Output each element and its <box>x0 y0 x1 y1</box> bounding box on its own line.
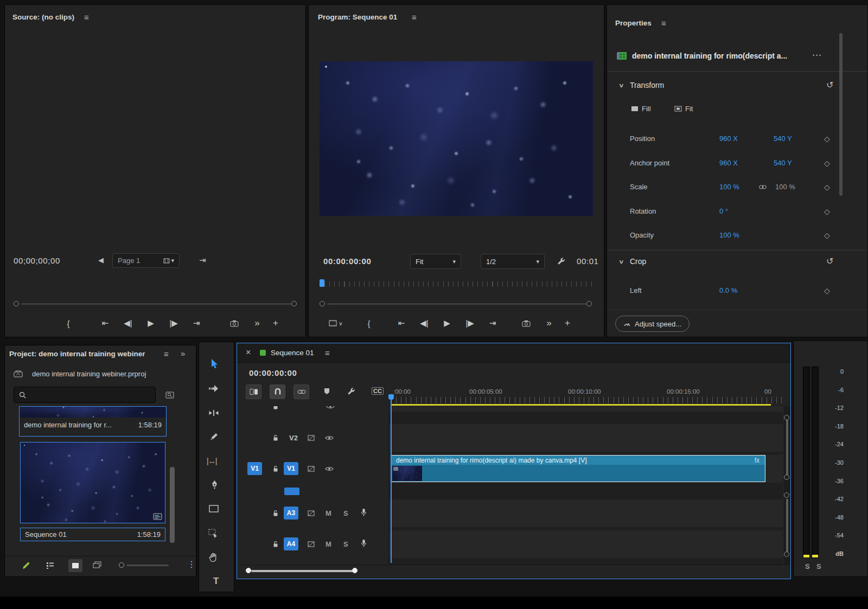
solo-track-button[interactable]: S <box>343 540 348 548</box>
link-scale-icon[interactable] <box>759 185 767 189</box>
selection-tool[interactable] <box>209 358 219 369</box>
timeline-timecode[interactable]: 00:00:00:00 <box>249 368 297 377</box>
crop-section-label[interactable]: Crop <box>630 257 646 266</box>
program-zoom-scrollbar[interactable] <box>327 303 586 305</box>
go-to-in-icon[interactable]: ⇤ <box>94 318 117 328</box>
snap-button[interactable] <box>270 384 285 399</box>
playback-resolution-select[interactable]: 1/2 ▾ <box>481 254 545 269</box>
thumbnail-size-slider[interactable] <box>126 565 169 566</box>
search-input[interactable] <box>29 389 151 401</box>
position-y-value[interactable]: 540 Y <box>774 134 792 143</box>
toggle-track-output-eye-icon[interactable] <box>325 466 334 472</box>
h-scroll-knob-left[interactable] <box>246 568 251 573</box>
lock-track-icon[interactable] <box>272 541 279 548</box>
solo-track-button[interactable]: S <box>343 509 348 517</box>
project-item-video[interactable]: demo internal training for r... 1:58:19 <box>19 406 167 437</box>
track-divider-handle[interactable] <box>284 488 299 495</box>
scroll-knob[interactable] <box>784 552 789 557</box>
export-frame-icon[interactable] <box>223 320 246 327</box>
step-back-icon[interactable]: ◀| <box>413 318 436 328</box>
list-view-icon[interactable] <box>46 562 54 569</box>
type-tool[interactable]: T <box>213 576 219 586</box>
timeline-settings-wrench-icon[interactable] <box>347 387 355 395</box>
step-back-icon[interactable]: ◀| <box>117 318 139 328</box>
track-a4-lane[interactable] <box>389 530 783 558</box>
mark-in-icon[interactable]: { <box>358 319 380 328</box>
adjust-speed-button[interactable]: Adjust speed... <box>615 316 690 332</box>
transform-reset-icon[interactable]: ↺ <box>826 80 833 90</box>
keyframe-diamond-icon[interactable]: ◇ <box>824 159 830 168</box>
track-select-forward-tool[interactable] <box>208 384 219 393</box>
object-select-tool[interactable] <box>208 529 219 538</box>
crop-chevron-icon[interactable]: > <box>617 260 625 264</box>
keyframe-diamond-icon[interactable]: ◇ <box>824 207 830 216</box>
sync-lock-icon[interactable] <box>308 435 315 441</box>
step-forward-icon[interactable]: |▶ <box>162 318 185 328</box>
captions-cc-button[interactable]: CC <box>372 387 384 395</box>
project-scrollbar[interactable] <box>170 467 175 543</box>
source-panel-menu-icon[interactable]: ≡ <box>84 12 89 22</box>
razor-tool[interactable] <box>209 432 219 441</box>
project-search-box[interactable] <box>14 387 156 403</box>
go-to-out-icon[interactable]: ⇥ <box>185 318 208 328</box>
icon-view-button[interactable] <box>68 559 82 572</box>
transform-chevron-icon[interactable]: > <box>617 84 625 87</box>
voiceover-mic-icon[interactable] <box>361 508 367 517</box>
rotation-value[interactable]: 0 ° <box>719 207 728 215</box>
program-zoom-handle-left[interactable] <box>320 301 325 306</box>
edit-pencil-icon[interactable] <box>22 561 30 569</box>
ripple-edit-tool[interactable] <box>208 409 219 416</box>
find-in-project-icon[interactable] <box>165 391 175 399</box>
playhead-head[interactable] <box>388 394 394 400</box>
step-forward-icon[interactable]: |▶ <box>458 318 481 328</box>
scroll-knob[interactable] <box>784 475 789 480</box>
play-button-icon[interactable]: ▶ <box>436 318 458 328</box>
page-selector[interactable]: Page 1 ▾ <box>112 253 180 268</box>
track-a3-target[interactable]: A3 <box>284 507 298 520</box>
comparison-view-icon[interactable]: ∨ <box>322 320 350 326</box>
project-item-sequence-thumbnail[interactable] <box>20 442 165 523</box>
work-area-bar[interactable] <box>391 404 771 406</box>
project-item-sequence[interactable]: Sequence 01 1:58:19 <box>20 528 165 541</box>
keyframe-diamond-icon[interactable]: ◇ <box>824 286 830 295</box>
track-v2-target[interactable]: V2 <box>289 434 298 442</box>
sync-lock-icon[interactable] <box>308 466 315 472</box>
anchor-y-value[interactable]: 540 Y <box>774 159 792 167</box>
program-zoom-handle-right[interactable] <box>586 301 592 306</box>
lock-track-icon[interactable] <box>272 510 279 517</box>
keyframe-diamond-icon[interactable]: ◇ <box>824 183 830 191</box>
timeline-h-scrollbar[interactable] <box>251 570 354 572</box>
anchor-x-value[interactable]: 960 X <box>719 159 738 167</box>
toggle-track-output-eye-icon[interactable] <box>325 435 334 441</box>
play-button-icon[interactable]: ▶ <box>139 318 162 328</box>
zoom-fit-select[interactable]: Fit ▾ <box>410 254 461 269</box>
track-v1-target[interactable]: V1 <box>284 462 298 475</box>
source-zoom-handle-left[interactable] <box>14 301 19 306</box>
source-zoom-handle-right[interactable] <box>291 301 297 306</box>
scale-x-value[interactable]: 100 % <box>719 183 739 191</box>
linked-selection-button[interactable] <box>293 384 309 399</box>
add-marker-icon[interactable] <box>324 388 330 395</box>
go-to-in-icon[interactable]: ⇤ <box>390 318 413 328</box>
time-ruler[interactable] <box>391 397 783 403</box>
playhead-line[interactable] <box>391 397 392 563</box>
h-scroll-knob-right[interactable] <box>352 568 358 573</box>
mark-in-icon[interactable]: { <box>57 319 80 328</box>
fill-button[interactable]: Fill <box>631 105 651 113</box>
transform-section-label[interactable]: Transform <box>630 81 664 89</box>
rectangle-tool[interactable] <box>209 505 219 512</box>
keyframe-diamond-icon[interactable]: ◇ <box>824 231 830 240</box>
transport-overflow-icon[interactable]: » <box>538 318 560 329</box>
panel-overflow-icon[interactable]: » <box>181 349 185 357</box>
clip-fx-badge[interactable]: fx <box>755 457 760 464</box>
add-button-icon[interactable]: + <box>269 318 283 329</box>
slip-tool[interactable]: |↔| <box>207 457 216 465</box>
program-panel-menu-icon[interactable]: ≡ <box>412 12 417 22</box>
audio-tracks-scrollbar[interactable] <box>786 499 788 553</box>
program-settings-wrench-icon[interactable] <box>557 257 565 265</box>
track-v3-header[interactable] <box>237 406 389 412</box>
freeform-view-icon[interactable] <box>93 561 101 568</box>
lock-track-icon[interactable] <box>272 465 279 472</box>
program-mini-timeline[interactable] <box>320 279 593 287</box>
add-button-icon[interactable]: + <box>560 318 575 329</box>
